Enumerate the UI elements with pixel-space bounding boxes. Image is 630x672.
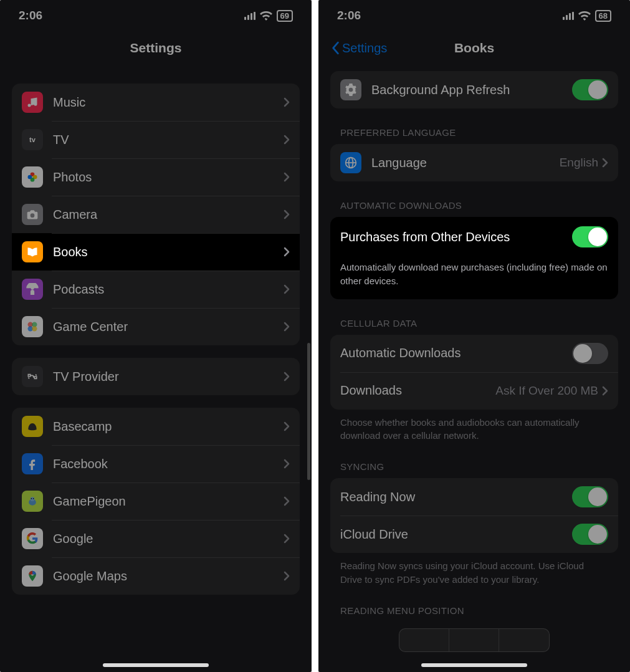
- status-bar: 2:06 68: [318, 0, 630, 31]
- purchases-footer: Automatically download new purchases (in…: [340, 261, 608, 288]
- books-settings-list[interactable]: Background App Refresh PREFERRED LANGUAG…: [318, 65, 630, 672]
- icloud-drive-row[interactable]: iCloud Drive: [330, 516, 618, 553]
- page-title: Settings: [130, 41, 182, 55]
- settings-screen: 2:06 69 Settings MusictvTVPhotosCameraBo…: [0, 0, 312, 672]
- row-label: Books: [53, 245, 284, 259]
- status-time: 2:06: [19, 9, 42, 22]
- chevron-right-icon: [602, 158, 608, 168]
- bg-refresh-toggle[interactable]: [572, 79, 608, 100]
- gmaps-icon: [22, 565, 43, 587]
- settings-row-google-maps[interactable]: Google Maps: [12, 557, 300, 595]
- syncing-footer: Reading Now syncs using your iCloud acco…: [340, 559, 608, 587]
- row-label: Google Maps: [53, 569, 284, 583]
- row-label: Music: [53, 95, 284, 110]
- settings-row-tv[interactable]: tvTV: [12, 121, 300, 158]
- wifi-icon: [260, 11, 272, 21]
- music-icon: [22, 92, 43, 113]
- basecamp-icon: [22, 416, 43, 437]
- svg-point-3: [28, 175, 32, 180]
- chevron-left-icon: [331, 41, 340, 55]
- status-time: 2:06: [337, 9, 361, 22]
- battery-level: 69: [277, 10, 293, 22]
- automatic-downloads-header: AUTOMATIC DOWNLOADS: [340, 200, 618, 211]
- row-label: Background App Refresh: [371, 83, 572, 97]
- chevron-right-icon: [284, 135, 290, 145]
- tv-icon: tv: [22, 129, 43, 150]
- chevron-right-icon: [284, 172, 290, 182]
- photos-icon: [22, 166, 43, 188]
- row-value: Ask If Over 200 MB: [495, 384, 598, 398]
- row-label: TV: [53, 133, 284, 147]
- chevron-right-icon: [284, 459, 290, 469]
- row-label: Language: [371, 156, 560, 170]
- cell-signal-icon: [244, 12, 255, 20]
- back-button[interactable]: Settings: [331, 41, 387, 55]
- settings-row-game-center[interactable]: Game Center: [12, 308, 300, 345]
- facebook-icon: [22, 453, 43, 474]
- row-label: Camera: [53, 208, 284, 222]
- cell-downloads-row[interactable]: Downloads Ask If Over 200 MB: [330, 372, 618, 410]
- reading-now-toggle[interactable]: [572, 486, 608, 507]
- settings-row-camera[interactable]: Camera: [12, 196, 300, 233]
- chevron-right-icon: [602, 386, 608, 396]
- books-settings-screen: 2:06 68 Settings Books Background App Re…: [318, 0, 630, 672]
- google-icon: [22, 528, 43, 549]
- svg-point-12: [33, 498, 34, 499]
- cell-signal-icon: [563, 12, 574, 20]
- home-indicator[interactable]: [421, 663, 527, 667]
- chevron-right-icon: [284, 284, 290, 294]
- row-label: TV Provider: [53, 370, 284, 384]
- settings-row-gamepigeon[interactable]: GamePigeon: [12, 482, 300, 520]
- nav-bar: Settings: [0, 31, 312, 65]
- background-app-refresh-row[interactable]: Background App Refresh: [330, 71, 618, 108]
- chevron-right-icon: [284, 571, 290, 581]
- chevron-right-icon: [284, 322, 290, 332]
- cellular-footer: Choose whether books and audiobooks can …: [340, 416, 608, 443]
- wifi-icon: [578, 11, 591, 21]
- cell-auto-row[interactable]: Automatic Downloads: [330, 335, 618, 372]
- settings-row-facebook[interactable]: Facebook: [12, 445, 300, 482]
- settings-row-tv-provider[interactable]: TV Provider: [12, 358, 300, 395]
- row-label: Basecamp: [53, 420, 284, 434]
- globe-icon: [340, 152, 361, 173]
- reading-now-row[interactable]: Reading Now: [330, 478, 618, 516]
- chevron-right-icon: [284, 247, 290, 257]
- settings-row-photos[interactable]: Photos: [12, 158, 300, 196]
- reading-menu-position-segmented[interactable]: [399, 628, 550, 652]
- settings-row-podcasts[interactable]: Podcasts: [12, 271, 300, 308]
- home-indicator[interactable]: [103, 663, 209, 667]
- purchases-toggle[interactable]: [572, 226, 608, 247]
- settings-row-music[interactable]: Music: [12, 84, 300, 121]
- purchases-highlight: Purchases from Other Devices Automatical…: [330, 217, 618, 299]
- purchases-row[interactable]: Purchases from Other Devices: [330, 217, 618, 257]
- settings-row-google[interactable]: Google: [12, 520, 300, 557]
- chevron-right-icon: [284, 97, 290, 107]
- cell-auto-toggle[interactable]: [572, 343, 608, 364]
- preferred-language-header: PREFERRED LANGUAGE: [340, 127, 618, 138]
- nav-bar: Settings Books: [318, 31, 630, 65]
- svg-point-8: [32, 326, 37, 331]
- podcasts-icon: [22, 279, 43, 300]
- page-title: Books: [454, 41, 494, 55]
- settings-row-basecamp[interactable]: Basecamp: [12, 408, 300, 445]
- row-label: Reading Now: [340, 490, 572, 504]
- scrollbar[interactable]: [307, 343, 310, 480]
- row-label: Podcasts: [53, 282, 284, 297]
- language-row[interactable]: Language English: [330, 144, 618, 181]
- row-label: GamePigeon: [53, 494, 284, 509]
- cable-icon: [22, 366, 43, 387]
- icloud-drive-toggle[interactable]: [572, 524, 608, 545]
- row-label: Photos: [53, 170, 284, 185]
- back-label: Settings: [342, 41, 387, 55]
- row-label: Purchases from Other Devices: [340, 230, 572, 244]
- book-icon: [22, 241, 43, 262]
- svg-point-11: [31, 498, 32, 499]
- row-value: English: [560, 156, 598, 170]
- chevron-right-icon: [284, 534, 290, 544]
- settings-row-books[interactable]: Books: [12, 233, 300, 271]
- pigeon-icon: [22, 491, 43, 512]
- settings-list[interactable]: MusictvTVPhotosCameraBooksPodcastsGame C…: [0, 65, 312, 672]
- row-label: Facebook: [53, 457, 284, 471]
- camera-icon: [22, 204, 43, 225]
- gear-icon: [340, 79, 361, 100]
